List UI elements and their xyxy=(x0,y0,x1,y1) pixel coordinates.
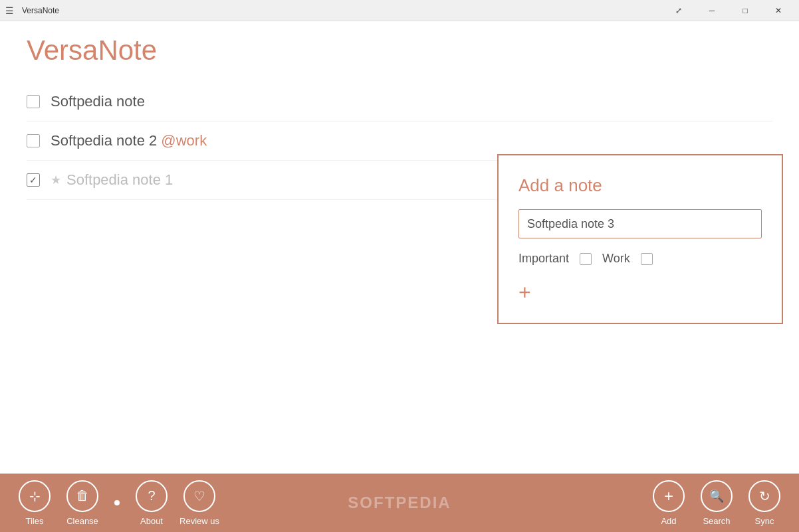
bar-separator-dot xyxy=(114,500,120,505)
search-label: Search xyxy=(703,516,730,526)
list-item: Softpedia note xyxy=(27,82,772,122)
titlebar-left: ☰ VersaNote xyxy=(5,5,59,16)
note-text-3: Softpedia note 1 xyxy=(66,171,173,189)
cleanse-icon: 🗑 xyxy=(66,480,98,512)
app-title: VersaNote xyxy=(27,35,772,66)
tiles-icon: ⊹ xyxy=(19,480,51,512)
add-label: Add xyxy=(661,516,676,526)
bar-item-sync[interactable]: ↻ Sync xyxy=(743,480,786,526)
hamburger-icon[interactable]: ☰ xyxy=(5,5,14,16)
note-checkbox-3[interactable] xyxy=(27,173,40,187)
minimize-button[interactable]: ─ xyxy=(697,0,727,21)
bar-right: + Add 🔍 Search ↻ Sync xyxy=(647,480,786,526)
bar-item-about[interactable]: ? About xyxy=(130,480,173,526)
important-checkbox[interactable] xyxy=(580,253,592,265)
star-icon-3: ★ xyxy=(51,173,61,187)
sync-label: Sync xyxy=(755,516,774,526)
restore-button[interactable]: ⤢ xyxy=(663,0,694,21)
search-icon: 🔍 xyxy=(701,480,733,512)
note-checkbox-2[interactable] xyxy=(27,134,40,147)
note-options: Important Work xyxy=(518,252,762,266)
titlebar-title: VersaNote xyxy=(22,6,59,15)
add-note-button[interactable]: + xyxy=(518,282,531,303)
bar-item-cleanse[interactable]: 🗑 Cleanse xyxy=(61,480,104,526)
about-icon: ? xyxy=(136,480,168,512)
add-icon: + xyxy=(653,480,685,512)
bottom-bar: ⊹ Tiles 🗑 Cleanse ? About ♡ Review us SO… xyxy=(0,474,799,532)
note-text-2: Softpedia note 2 @work xyxy=(51,132,207,149)
titlebar-controls: ⤢ ─ □ ✕ xyxy=(663,0,794,21)
bar-item-tiles[interactable]: ⊹ Tiles xyxy=(13,480,56,526)
main-content: VersaNote Softpedia note Softpedia note … xyxy=(0,21,799,474)
work-checkbox[interactable] xyxy=(641,253,653,265)
review-icon: ♡ xyxy=(183,480,215,512)
bar-item-add[interactable]: + Add xyxy=(647,480,690,526)
review-label: Review us xyxy=(179,516,219,526)
about-label: About xyxy=(140,516,163,526)
sync-icon: ↻ xyxy=(748,480,780,512)
close-button[interactable]: ✕ xyxy=(763,0,794,21)
maximize-button[interactable]: □ xyxy=(730,0,760,21)
important-label: Important xyxy=(518,252,569,266)
bar-item-search[interactable]: 🔍 Search xyxy=(695,480,738,526)
softpedia-watermark: SOFTPEDIA xyxy=(348,493,451,512)
cleanse-label: Cleanse xyxy=(66,516,98,526)
add-note-title: Add a note xyxy=(518,175,762,196)
note-text-1: Softpedia note xyxy=(51,93,145,110)
note-tag-2: @work xyxy=(161,132,207,149)
work-label: Work xyxy=(602,252,630,266)
bar-left: ⊹ Tiles 🗑 Cleanse ? About ♡ Review us xyxy=(13,480,221,526)
note-checkbox-1[interactable] xyxy=(27,95,40,108)
bar-item-review[interactable]: ♡ Review us xyxy=(178,480,221,526)
note-input[interactable] xyxy=(518,209,762,238)
titlebar: ☰ VersaNote ⤢ ─ □ ✕ xyxy=(0,0,799,21)
add-note-panel: Add a note Important Work + xyxy=(497,154,783,324)
tiles-label: Tiles xyxy=(26,516,44,526)
